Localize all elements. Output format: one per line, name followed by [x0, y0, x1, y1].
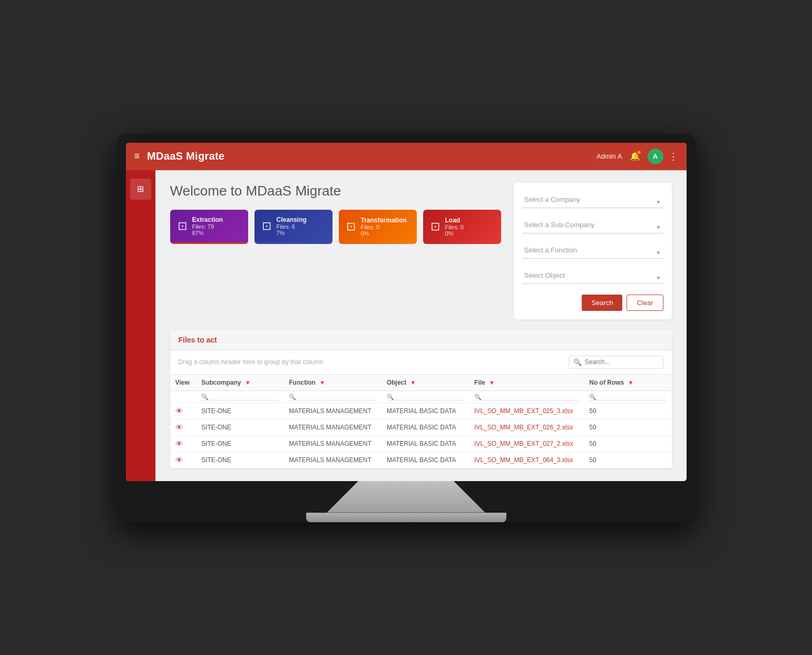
table-search-input[interactable] — [585, 358, 659, 366]
drag-hint: Drag a column header here to group by th… — [179, 358, 324, 366]
view-icon[interactable]: 👁 — [175, 407, 183, 415]
files-title: Files to act — [179, 336, 217, 344]
menu-icon[interactable]: ≡ — [134, 151, 140, 162]
sidebar: ⊞ — [126, 170, 155, 481]
card-load[interactable]: ⊡ Load Files: 0 0% — [423, 210, 501, 244]
row-object: MATERIAL BASIC DATA — [381, 452, 469, 468]
table-row: 👁 SITE-ONE MATERIALS MANAGEMENT MATERIAL… — [170, 419, 672, 435]
row-file: IVL_SO_MM_MB_EXT_026_2.xlsx — [469, 419, 584, 435]
col-search-view — [170, 390, 197, 403]
row-file: IVL_SO_MM_MB_EXT_025_3.xlsx — [469, 403, 584, 419]
monitor-stand — [327, 481, 485, 513]
row-object: MATERIAL BASIC DATA — [381, 403, 469, 419]
file-col-search[interactable] — [474, 394, 579, 400]
user-avatar[interactable]: A — [648, 149, 663, 164]
files-section: Files to act Drag a column header here t… — [170, 330, 672, 468]
col-rows[interactable]: No of Rows ▼ — [584, 375, 671, 391]
search-button[interactable]: Search — [582, 295, 622, 311]
subcompany-col-search[interactable] — [201, 394, 278, 400]
view-icon[interactable]: 👁 — [175, 456, 183, 464]
filter-panel: Select a Company Select a Sub-Company — [514, 183, 672, 319]
function-filter-icon: ▼ — [319, 379, 325, 386]
more-options-icon[interactable]: ⋮ — [669, 151, 678, 162]
extraction-label: Extraction — [192, 216, 223, 223]
row-function: MATERIALS MANAGEMENT — [283, 403, 381, 419]
row-view: 👁 — [170, 419, 197, 435]
col-file[interactable]: File ▼ — [469, 375, 584, 391]
subcompany-select-wrapper: Select a Sub-Company — [522, 217, 663, 238]
col-view: View — [170, 375, 197, 391]
table-search-box: 🔍 — [569, 356, 663, 369]
col-subcompany[interactable]: Subcompany ▼ — [196, 375, 283, 391]
rows-col-search[interactable] — [589, 394, 666, 400]
transformation-files: Files: 0 — [361, 224, 407, 230]
col-function[interactable]: Function ▼ — [283, 375, 381, 391]
sidebar-icon-dashboard[interactable]: ⊞ — [130, 179, 151, 200]
card-extraction[interactable]: ⊡ Extraction Files: 79 87% — [170, 210, 248, 244]
row-view: 👁 — [170, 435, 197, 452]
col-search-subcompany — [196, 390, 283, 403]
table-row: 👁 SITE-ONE MATERIALS MANAGEMENT MATERIAL… — [170, 435, 672, 452]
view-icon[interactable]: 👁 — [175, 423, 183, 432]
row-count: 50 — [584, 435, 671, 452]
function-col-search[interactable] — [289, 394, 376, 400]
header-right-area: Admin A 🔔 A ⋮ — [596, 149, 678, 164]
clear-button[interactable]: Clear — [627, 295, 663, 311]
row-count: 50 — [584, 419, 671, 435]
transformation-label: Transformation — [361, 217, 407, 224]
row-function: MATERIALS MANAGEMENT — [283, 452, 381, 468]
row-subcompany: SITE-ONE — [196, 435, 283, 452]
view-icon[interactable]: 👁 — [175, 439, 183, 448]
table-row: 👁 SITE-ONE MATERIALS MANAGEMENT MATERIAL… — [170, 452, 672, 468]
col-search-function — [283, 390, 381, 403]
row-count: 50 — [584, 452, 671, 468]
row-view: 👁 — [170, 403, 197, 419]
row-subcompany: SITE-ONE — [196, 403, 283, 419]
transformation-icon: ⊡ — [346, 220, 356, 233]
company-select[interactable]: Select a Company — [522, 191, 663, 208]
column-search-row — [170, 390, 672, 403]
load-percent: 0% — [445, 230, 464, 237]
col-object[interactable]: Object ▼ — [381, 375, 469, 391]
page-content: Welcome to MDaaS Migrate ⊡ Extraction Fi… — [155, 170, 687, 481]
extraction-icon: ⊡ — [178, 219, 187, 233]
file-link[interactable]: IVL_SO_MM_MB_EXT_027_2.xlsx — [474, 440, 573, 447]
bell-button[interactable]: 🔔 — [628, 149, 642, 164]
row-object: MATERIAL BASIC DATA — [381, 419, 469, 435]
files-toolbar: Drag a column header here to group by th… — [170, 350, 672, 375]
file-filter-icon: ▼ — [489, 379, 495, 386]
table-search-icon: 🔍 — [573, 358, 582, 366]
row-function: MATERIALS MANAGEMENT — [283, 419, 381, 435]
file-link[interactable]: IVL_SO_MM_MB_EXT_064_3.xlsx — [474, 456, 573, 464]
card-cleansing[interactable]: ⊡ Cleansing Files: 6 7% — [255, 210, 332, 244]
load-icon: ⊡ — [431, 220, 440, 233]
object-select[interactable]: Select Object — [522, 267, 663, 284]
cleansing-label: Cleansing — [277, 216, 307, 223]
object-select-wrapper: Select Object — [522, 267, 663, 288]
subcompany-select[interactable]: Select a Sub-Company — [522, 217, 663, 233]
table-body: 👁 SITE-ONE MATERIALS MANAGEMENT MATERIAL… — [170, 403, 672, 468]
file-link[interactable]: IVL_SO_MM_MB_EXT_026_2.xlsx — [474, 424, 573, 431]
content-row: Welcome to MDaaS Migrate ⊡ Extraction Fi… — [170, 183, 672, 319]
function-select[interactable]: Select a Function — [522, 242, 663, 259]
bell-dot — [637, 150, 641, 154]
company-select-wrapper: Select a Company — [522, 191, 663, 212]
row-subcompany: SITE-ONE — [196, 419, 283, 435]
row-view: 👁 — [170, 452, 197, 468]
admin-label: Admin A — [596, 152, 622, 160]
cleansing-percent: 7% — [277, 230, 307, 236]
welcome-title: Welcome to MDaaS Migrate — [170, 183, 501, 199]
content-left: Welcome to MDaaS Migrate ⊡ Extraction Fi… — [170, 183, 501, 319]
filter-form: Select a Company Select a Sub-Company — [514, 183, 672, 319]
transformation-percent: 0% — [361, 230, 407, 237]
row-subcompany: SITE-ONE — [196, 452, 283, 468]
card-transformation[interactable]: ⊡ Transformation Files: 0 0% — [339, 210, 417, 244]
card-load-info: Load Files: 0 0% — [445, 217, 464, 237]
cleansing-files: Files: 6 — [277, 223, 307, 230]
app-header: ≡ MDaaS Migrate Admin A 🔔 A ⋮ — [126, 143, 687, 170]
object-col-search[interactable] — [387, 394, 464, 400]
card-extraction-info: Extraction Files: 79 87% — [192, 216, 223, 236]
col-search-object — [381, 390, 469, 403]
row-count: 50 — [584, 403, 671, 419]
file-link[interactable]: IVL_SO_MM_MB_EXT_025_3.xlsx — [474, 407, 573, 415]
